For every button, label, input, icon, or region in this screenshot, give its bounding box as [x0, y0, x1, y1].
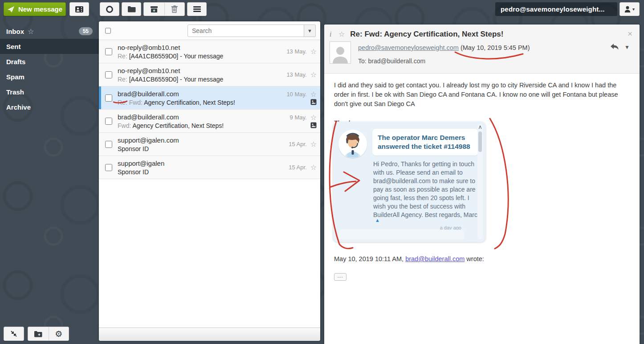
sidebar-item-inbox[interactable]: Inbox ☆ 55 [0, 24, 99, 39]
star-icon[interactable]: ☆ [338, 31, 345, 38]
search-input[interactable] [187, 25, 304, 37]
search-options-button[interactable]: ▼ [304, 25, 316, 37]
chat-next-bubble-peek [338, 229, 464, 239]
chat-heading: The operator Marc Demers answered the ti… [378, 133, 473, 151]
email-subject: Re: Fwd: Agency Certification, Next Step… [118, 99, 278, 106]
email-list-panel: ▼ no-reply@omb10.net Re: [A4A1CB6559D0] … [99, 21, 320, 341]
manage-folders-button[interactable] [28, 327, 49, 340]
email-sender: no-reply@omb10.net [118, 44, 278, 51]
contacts-button[interactable] [69, 2, 89, 16]
sidebar-item-archive[interactable]: Archive [0, 99, 99, 115]
email-list-item-selected[interactable]: brad@builderall.com Re: Fwd: Agency Cert… [99, 86, 320, 110]
to-line: To: brad@builderall.com [358, 57, 425, 65]
info-icon[interactable]: i [330, 30, 336, 38]
attachment-image-icon [310, 99, 317, 105]
email-date: 13 May. [286, 71, 306, 78]
email-list-item[interactable]: support@igalen.com Sponsor ID 15 Apr.☆ [99, 133, 320, 156]
email-checkbox[interactable] [105, 118, 112, 125]
sidebar-item-drafts[interactable]: Drafts [0, 54, 99, 69]
email-checkbox[interactable] [105, 141, 112, 148]
account-email-text: pedro@savemoneyloseweight... [501, 5, 605, 13]
star-icon[interactable]: ☆ [310, 48, 317, 55]
move-to-folder-button[interactable] [122, 2, 141, 16]
menu-button[interactable] [187, 2, 207, 16]
email-checkbox[interactable] [105, 71, 112, 78]
sidebar-item-label: Drafts [6, 58, 25, 66]
quoted-sender-link[interactable]: brad@builderall.com [405, 255, 465, 262]
contacts-icon [75, 6, 84, 13]
folder-sidebar: Inbox ☆ 55 Sent Drafts Spam Trash Archiv… [0, 24, 99, 115]
message-title: Re: Fwd: Agency Certification, Next Step… [350, 30, 503, 39]
sidebar-item-sent[interactable]: Sent [0, 39, 99, 54]
new-message-label: New message [18, 5, 62, 13]
settings-group: ⚙ [28, 327, 69, 341]
support-agent-avatar [338, 130, 367, 158]
new-message-button[interactable]: New message [4, 2, 66, 16]
quote-suffix: wrote: [465, 255, 484, 262]
email-subject: Re: [A4A1CB6559D0] - Your message [118, 76, 278, 83]
embedded-chat-screenshot: The operator Marc Demers answered the ti… [333, 122, 485, 242]
star-icon[interactable]: ☆ [28, 27, 34, 36]
email-list-item[interactable]: support@igalen Sponsor ID 15 Apr.☆ [99, 156, 320, 179]
sender-email-link[interactable]: pedro@savemoneyloseweight.com [358, 44, 459, 51]
message-body: I did and they said to get contact you. … [324, 74, 640, 344]
star-icon[interactable]: ☆ [310, 91, 317, 98]
email-subject: Re: [A4A1CB6559D0] - Your message [118, 53, 278, 60]
refresh-button[interactable] [100, 2, 119, 16]
collapse-panel-button[interactable] [4, 327, 24, 341]
chat-heading-box: The operator Marc Demers answered the ti… [372, 129, 478, 156]
select-all-checkbox[interactable] [105, 27, 111, 34]
email-sender: no-reply@omb10.net [118, 67, 278, 74]
inbox-count-badge: 55 [79, 27, 93, 35]
gear-icon: ⚙ [55, 330, 62, 338]
email-checkbox[interactable] [105, 164, 112, 171]
trash-icon [171, 5, 178, 13]
email-date: 15 Apr. [289, 141, 306, 147]
sidebar-item-label: Spam [6, 73, 24, 81]
archive-button[interactable] [144, 3, 164, 16]
email-subject: Sponsor ID [118, 168, 278, 176]
message-date: (May 10, 2019 5:45 PM) [461, 44, 530, 51]
sidebar-item-label: Inbox [6, 28, 24, 35]
close-icon[interactable]: × [628, 29, 632, 39]
email-subject: Sponsor ID [118, 145, 278, 152]
email-sender: brad@builderall.com [118, 90, 278, 98]
email-checkbox[interactable] [105, 48, 112, 55]
archive-trash-group [143, 2, 185, 16]
show-quoted-text-button[interactable]: ... [334, 273, 346, 281]
reply-icon[interactable] [610, 43, 619, 50]
email-checkbox[interactable] [105, 94, 112, 102]
list-header: ▼ [99, 21, 320, 40]
chat-scrollbar[interactable]: ᐱ [477, 124, 483, 239]
settings-button[interactable]: ⚙ [49, 327, 69, 340]
sidebar-item-label: Trash [6, 88, 24, 96]
sidebar-item-trash[interactable]: Trash [0, 84, 99, 99]
email-sender: support@igalen.com [118, 136, 278, 144]
list-footer-bar [99, 328, 320, 341]
from-line: pedro@savemoneyloseweight.com (May 10, 2… [358, 44, 530, 51]
star-icon[interactable]: ☆ [310, 141, 317, 148]
trash-button[interactable] [164, 3, 185, 16]
reply-options-caret[interactable]: ▼ [624, 44, 630, 50]
chat-pointer-icon: ▲ [375, 217, 380, 223]
account-email-display: pedro@savemoneyloseweight... [495, 2, 617, 16]
email-date: 9 May. [290, 114, 307, 121]
star-icon[interactable]: ☆ [310, 114, 317, 121]
paper-plane-icon [7, 6, 15, 13]
user-menu-button[interactable]: ▾ [620, 2, 640, 16]
refresh-icon [106, 5, 114, 13]
email-list-item[interactable]: no-reply@omb10.net Re: [A4A1CB6559D0] - … [99, 63, 320, 86]
star-icon[interactable]: ☆ [310, 71, 317, 78]
email-sender: support@igalen [118, 160, 278, 167]
email-list-item[interactable]: no-reply@omb10.net Re: [A4A1CB6559D0] - … [99, 40, 320, 63]
scrollbar-thumb[interactable] [478, 131, 482, 152]
chat-message: Hi Pedro, Thanks for getting in touch wi… [373, 160, 480, 219]
email-list-item[interactable]: brad@builderall.com Fwd: Agency Certific… [99, 110, 320, 133]
compress-icon [10, 330, 17, 337]
sidebar-item-spam[interactable]: Spam [0, 69, 99, 84]
scroll-up-icon[interactable]: ᐱ [477, 124, 483, 131]
star-icon[interactable]: ☆ [310, 164, 317, 171]
archive-icon [150, 6, 158, 13]
folder-plus-icon [34, 331, 42, 337]
chevron-down-icon: ▼ [307, 28, 312, 33]
